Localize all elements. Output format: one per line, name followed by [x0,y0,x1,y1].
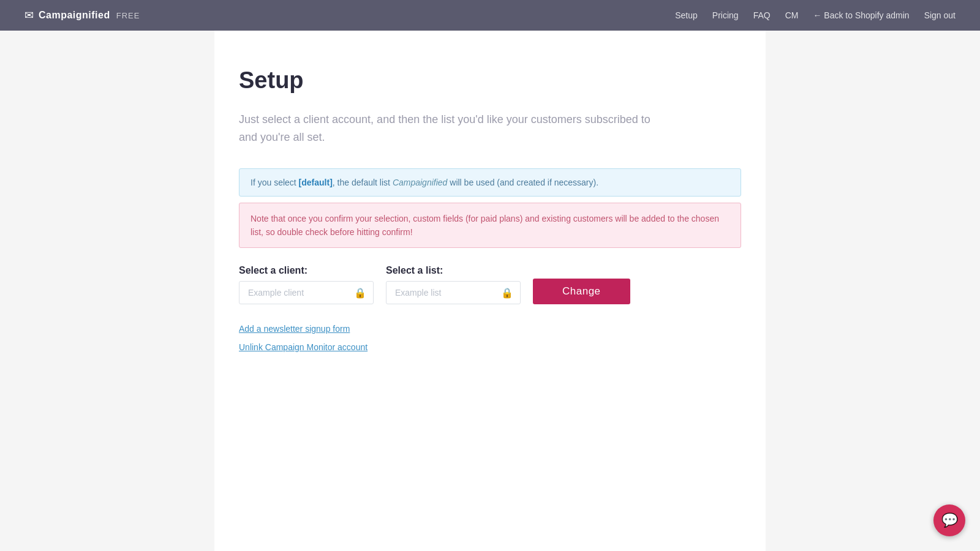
nav-pricing[interactable]: Pricing [712,10,739,20]
list-label: Select a list: [386,265,521,276]
info-text-after: , the default list [333,178,393,187]
brand-name: Campaignified [39,10,110,21]
nav-back-to-shopify[interactable]: ← Back to Shopify admin [813,10,909,20]
info-highlight: [default] [299,178,333,187]
info-text-end: will be used (and created if necessary). [447,178,598,187]
nav-sign-out[interactable]: Sign out [924,10,956,20]
nav-cm[interactable]: CM [785,10,799,20]
info-italic: Campaignified [393,178,448,187]
chat-button[interactable]: 💬 [933,504,965,536]
main-content: Setup Just select a client account, and … [214,31,766,551]
client-group: Select a client: 🔒 [239,265,374,304]
page-description: Just select a client account, and then t… [239,111,668,146]
list-lock-icon: 🔒 [501,287,513,299]
client-input[interactable] [239,281,374,304]
brand-logo-icon: ✉ [24,9,34,22]
add-newsletter-link[interactable]: Add a newsletter signup form [239,324,350,334]
list-group: Select a list: 🔒 [386,265,521,304]
client-lock-icon: 🔒 [354,287,366,299]
action-links: Add a newsletter signup form Unlink Camp… [239,324,741,352]
brand: ✉ Campaignified FREE [24,9,140,22]
form-row: Select a client: 🔒 Select a list: 🔒 Chan… [239,265,741,304]
chat-icon: 💬 [941,512,958,528]
client-input-wrapper: 🔒 [239,281,374,304]
nav-faq[interactable]: FAQ [753,10,771,20]
unlink-campaign-monitor-link[interactable]: Unlink Campaign Monitor account [239,342,368,352]
nav-setup[interactable]: Setup [675,10,698,20]
info-text-before: If you select [251,178,299,187]
change-button[interactable]: Change [533,279,630,304]
warning-box: Note that once you confirm your selectio… [239,203,741,249]
page-title: Setup [239,67,741,94]
list-input[interactable] [386,281,521,304]
info-box: If you select [default], the default lis… [239,168,741,197]
header: ✉ Campaignified FREE Setup Pricing FAQ C… [0,0,980,31]
nav: Setup Pricing FAQ CM ← Back to Shopify a… [675,10,956,20]
client-label: Select a client: [239,265,374,276]
brand-plan: FREE [116,11,140,20]
list-input-wrapper: 🔒 [386,281,521,304]
